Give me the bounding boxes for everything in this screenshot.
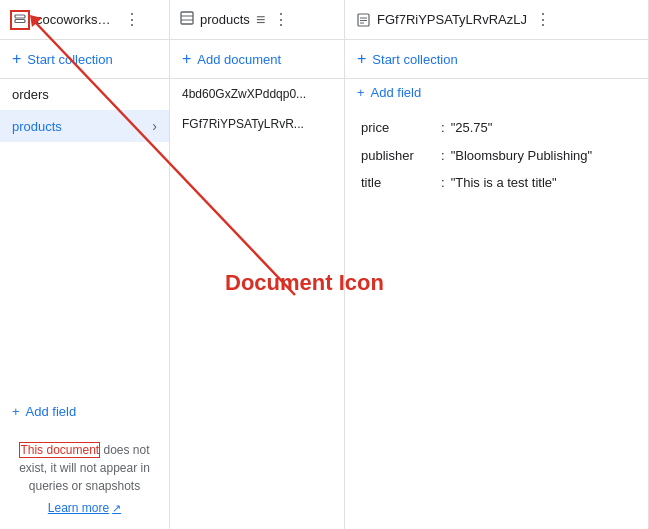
collection-icon — [180, 11, 194, 28]
add-field-btn-panel1[interactable]: + Add field — [0, 394, 169, 429]
chevron-right-icon: › — [152, 118, 157, 134]
orders-item[interactable]: orders — [0, 79, 169, 110]
plus-icon-5: + — [357, 85, 365, 100]
collections-list: orders products › — [0, 79, 169, 390]
database-icon — [10, 10, 30, 30]
plus-icon: + — [12, 50, 21, 68]
plus-icon-3: + — [182, 50, 191, 68]
plus-icon-4: + — [357, 50, 366, 68]
field-price: price : "25.75" — [345, 114, 648, 142]
svg-rect-1 — [15, 19, 25, 22]
tab-cocoworks-label: cocoworksco... — [36, 12, 116, 27]
tab-cocoworks[interactable]: cocoworksco... ⋮ — [0, 0, 170, 39]
tab-document-label: FGf7RiYPSATyLRvRAzLJ — [377, 12, 527, 27]
start-collection-btn-2[interactable]: + Start collection — [345, 40, 648, 79]
document-icon — [355, 12, 371, 28]
external-link-icon: ↗ — [112, 500, 121, 517]
products-item[interactable]: products › — [0, 110, 169, 142]
tab-products-label: products — [200, 12, 250, 27]
field-publisher: publisher : "Bloomsbury Publishing" — [345, 142, 648, 170]
fields-panel: + Start collection + Add field price : "… — [345, 40, 649, 529]
fields-area: price : "25.75" publisher : "Bloomsbury … — [345, 106, 648, 529]
bottom-notice: This document does not exist, it will no… — [0, 429, 169, 529]
tab-products-more[interactable]: ⋮ — [273, 10, 289, 29]
learn-more-link[interactable]: Learn more ↗ — [12, 499, 157, 517]
collections-panel: + Start collection orders products › + A… — [0, 40, 170, 529]
add-field-btn-panel3[interactable]: + Add field — [345, 79, 648, 106]
svg-rect-2 — [181, 12, 193, 24]
notice-box: This document — [19, 442, 100, 458]
add-document-btn[interactable]: + Add document — [170, 40, 344, 79]
tab-document[interactable]: FGf7RiYPSATyLRvRAzLJ ⋮ — [345, 0, 649, 39]
start-collection-btn[interactable]: + Start collection — [0, 40, 169, 79]
doc-item-2[interactable]: FGf7RiYPSATyLRvR... — [170, 109, 344, 139]
documents-panel: + Add document 4bd60GxZwXPddqp0... FGf7R… — [170, 40, 345, 529]
doc-item-1[interactable]: 4bd60GxZwXPddqp0... — [170, 79, 344, 109]
tab-document-more[interactable]: ⋮ — [535, 10, 551, 29]
tab-cocoworks-more[interactable]: ⋮ — [124, 10, 140, 29]
tab-products[interactable]: products ≡ ⋮ — [170, 0, 345, 39]
filter-icon[interactable]: ≡ — [256, 11, 265, 29]
field-title: title : "This is a test title" — [345, 169, 648, 197]
svg-rect-0 — [15, 15, 25, 18]
documents-list: 4bd60GxZwXPddqp0... FGf7RiYPSATyLRvR... — [170, 79, 344, 529]
plus-icon-2: + — [12, 404, 20, 419]
